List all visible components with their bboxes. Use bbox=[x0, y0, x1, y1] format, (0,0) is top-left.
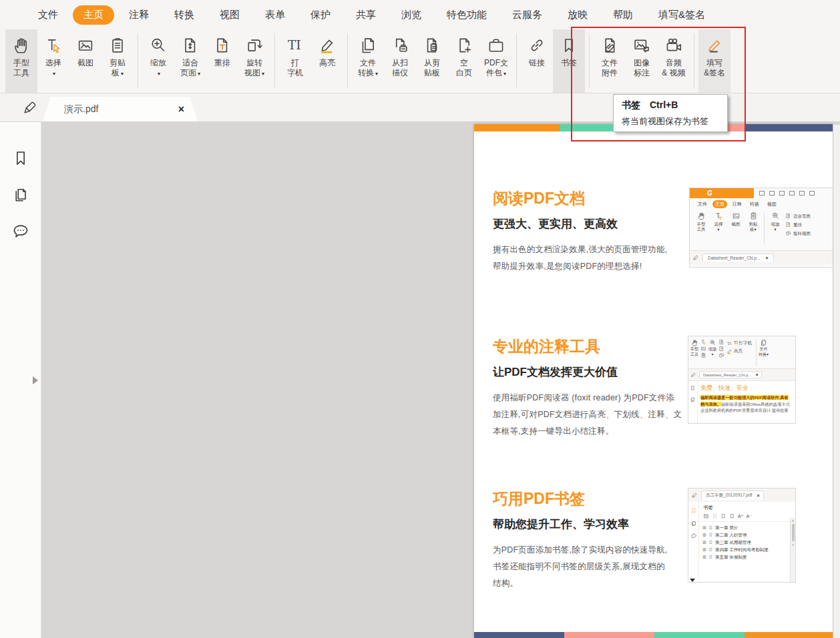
toolbar: 手型工具 选择▾ 截图 剪贴板▾ 缩放▾ 适合页面▾ 重排 旋转视图▾ 打字机 … bbox=[0, 29, 840, 93]
fill-sign-pencil-icon bbox=[705, 35, 724, 55]
document-tab-title: 演示.pdf bbox=[64, 103, 178, 115]
toolbar-button-file-attachment[interactable]: 文件附件 bbox=[594, 29, 626, 93]
toolbar-button-pdf-portfolio[interactable]: PDF文件包▾ bbox=[480, 29, 512, 93]
pencil-icon[interactable] bbox=[21, 99, 39, 116]
clipboard-icon bbox=[108, 35, 127, 55]
toolbar-button-audio-video[interactable]: 音频& 视频 bbox=[658, 29, 690, 93]
menu-protect[interactable]: 保护 bbox=[298, 5, 343, 25]
tooltip-description: 将当前视图保存为书签 bbox=[622, 115, 727, 127]
screenshot-annotation: 手型工具 缩放▾ TI 打字机 高亮 文件转换▾ Datasheet_Reade… bbox=[688, 336, 796, 424]
toolbar-button-typewriter[interactable]: 打字机 bbox=[279, 29, 311, 93]
toolbar-button-blank-page[interactable]: 空白页 bbox=[448, 29, 480, 93]
toolbar-button-file-convert[interactable]: 文件转换▾ bbox=[352, 29, 384, 93]
menu-view[interactable]: 视图 bbox=[207, 5, 252, 25]
section-heading: 专业的注释工具 bbox=[493, 336, 693, 357]
mini-scrollbar: ∧∨ bbox=[790, 518, 795, 583]
bookmark-icon bbox=[560, 35, 578, 55]
toolbar-button-from-scanner[interactable]: 从扫描仪 bbox=[384, 29, 416, 93]
reflow-icon bbox=[213, 35, 232, 55]
mini-title-bar: G bbox=[690, 188, 833, 198]
fit-page-icon bbox=[181, 35, 200, 55]
panel-expand-arrow-icon[interactable] bbox=[33, 376, 38, 384]
rotate-view-icon bbox=[245, 35, 264, 55]
toolbar-button-fit-page[interactable]: 适合页面▾ bbox=[174, 29, 206, 93]
close-icon[interactable]: × bbox=[178, 103, 184, 115]
mini-document: 免费、快速、安全 福昕阅读器是一款功能强大的PDF阅读软件,具有 档与表单。福昕… bbox=[688, 381, 795, 424]
pdf-page: 阅读PDF文档 更强大、更实用、更高效 拥有出色的文档渲染效果,强大的页面管理功… bbox=[474, 124, 833, 638]
menu-slideshow[interactable]: 放映 bbox=[555, 5, 600, 25]
mini-toolbar: 手型工具 缩放▾ TI 打字机 高亮 文件转换▾ bbox=[688, 336, 795, 369]
toolbar-separator bbox=[589, 33, 590, 87]
toolbar-button-clipboard[interactable]: 剪贴板▾ bbox=[101, 29, 134, 93]
hand-icon bbox=[12, 35, 31, 55]
toolbar-button-bookmark[interactable]: 书签 bbox=[553, 29, 585, 93]
mini-tab-bar: Datasheet_Reader_CN.p...× bbox=[688, 369, 795, 381]
mini-down-arrow-icon bbox=[690, 579, 695, 582]
toolbar-button-reflow[interactable]: 重排 bbox=[206, 29, 238, 93]
typewriter-icon bbox=[286, 35, 304, 55]
mini-sidebar bbox=[688, 502, 699, 583]
tooltip-shortcut: Ctrl+B bbox=[650, 99, 678, 110]
toolbar-button-hand-tool[interactable]: 手型工具 bbox=[5, 29, 37, 93]
section-subheading: 帮助您提升工作、学习效率 bbox=[493, 517, 693, 532]
pages-panel-icon[interactable] bbox=[11, 185, 30, 204]
menu-convert[interactable]: 转换 bbox=[162, 5, 207, 25]
toolbar-button-fill-sign[interactable]: 填写&签名 bbox=[698, 29, 730, 93]
bookmarks-panel-icon[interactable] bbox=[11, 149, 30, 168]
toolbar-button-rotate-view[interactable]: 旋转视图▾ bbox=[238, 29, 270, 93]
menu-form[interactable]: 表单 bbox=[252, 5, 298, 25]
section-annotation-tools: 专业的注释工具 让PDF文档发挥更大价值 使用福昕PDF阅读器 (foxit r… bbox=[493, 336, 693, 440]
image-annotation-icon bbox=[632, 35, 651, 55]
screenshot-bookmarks: 员工手册_20120917.pdf× 书签 bbox=[688, 488, 796, 583]
mini-tab-bar: Datasheet_Reader_CN.p...× bbox=[690, 251, 833, 264]
mini-panel-toolbar: A⁺ A⁻ bbox=[699, 513, 795, 522]
comments-panel-icon[interactable] bbox=[11, 222, 30, 240]
toolbar-button-snapshot[interactable]: 截图 bbox=[69, 29, 101, 93]
menu-features[interactable]: 特色功能 bbox=[434, 5, 499, 25]
zoom-plus-icon bbox=[149, 35, 168, 55]
menu-help[interactable]: 帮助 bbox=[600, 5, 646, 25]
section-heading: 阅读PDF文档 bbox=[493, 188, 693, 209]
section-read-pdf: 阅读PDF文档 更强大、更实用、更高效 拥有出色的文档渲染效果,强大的页面管理功… bbox=[493, 188, 693, 275]
toolbar-button-zoom[interactable]: 缩放▾ bbox=[142, 29, 174, 93]
section-subheading: 更强大、更实用、更高效 bbox=[493, 216, 693, 232]
mini-panel-title: 书签 bbox=[699, 502, 795, 513]
menu-browse[interactable]: 浏览 bbox=[389, 5, 434, 25]
menu-fill-sign[interactable]: 填写&签名 bbox=[646, 5, 718, 25]
file-convert-icon bbox=[359, 35, 377, 55]
page-bottom-stripes bbox=[474, 632, 833, 638]
mini-toolbar: 手型工具 选择▾ 截图 剪贴板▾ 缩放▾ 适合页面 重排 旋转视图 bbox=[690, 210, 833, 251]
section-heading: 巧用PDF书签 bbox=[493, 489, 693, 509]
menu-comment[interactable]: 注释 bbox=[116, 5, 162, 25]
section-pdf-bookmarks: 巧用PDF书签 帮助您提升工作、学习效率 为PDF页面添加书签,除了实现内容的快… bbox=[493, 489, 693, 592]
mini-foxit-logo: G bbox=[690, 188, 754, 198]
toolbar-separator bbox=[138, 33, 138, 87]
menu-home[interactable]: 主页 bbox=[73, 5, 114, 25]
toolbar-button-image-annotation[interactable]: 图像标注 bbox=[626, 29, 658, 93]
document-tab[interactable]: 演示.pdf × bbox=[43, 97, 198, 121]
snapshot-icon bbox=[76, 35, 95, 55]
menu-file[interactable]: 文件 bbox=[25, 5, 71, 25]
mini-bookmark-list: ⊞第一章 简介 ⊞第二章 入职管理 ⊞第三章 试用期管理 ⊞第四章 工作时间与考… bbox=[699, 522, 795, 561]
toolbar-button-highlight[interactable]: 高亮 bbox=[311, 29, 343, 93]
menu-cloud[interactable]: 云服务 bbox=[499, 5, 555, 25]
toolbar-button-link[interactable]: 链接 bbox=[521, 29, 553, 93]
menu-bar: 文件 主页 注释 转换 视图 表单 保护 共享 浏览 特色功能 云服务 放映 帮… bbox=[0, 0, 840, 29]
mini-titlebar-icons bbox=[754, 188, 833, 198]
vertical-scrollbar[interactable] bbox=[833, 125, 840, 638]
toolbar-button-select[interactable]: 选择▾ bbox=[37, 29, 69, 93]
main-area: 阅读PDF文档 更强大、更实用、更高效 拥有出色的文档渲染效果,强大的页面管理功… bbox=[0, 122, 840, 638]
screenshot-read-pdf: G 文件主页注释转换视图 手型工具 选择▾ 截图 剪贴板▾ 缩放▾ 适合页面 重… bbox=[689, 188, 833, 268]
video-camera-icon bbox=[664, 35, 683, 55]
menu-share[interactable]: 共享 bbox=[343, 5, 389, 25]
mini-menu-bar: 文件主页注释转换视图 bbox=[690, 198, 833, 210]
from-clipboard-icon bbox=[423, 35, 441, 55]
toolbar-separator bbox=[274, 33, 275, 87]
mini-tab-bar: 员工手册_20120917.pdf× bbox=[688, 489, 795, 502]
toolbar-separator bbox=[694, 33, 694, 87]
toolbar-button-from-clipboard[interactable]: 从剪贴板 bbox=[416, 29, 448, 93]
toolbar-separator bbox=[347, 33, 348, 87]
document-canvas: 阅读PDF文档 更强大、更实用、更高效 拥有出色的文档渲染效果,强大的页面管理功… bbox=[41, 122, 840, 638]
portfolio-icon bbox=[487, 35, 505, 55]
section-subheading: 让PDF文档发挥更大价值 bbox=[493, 364, 693, 380]
